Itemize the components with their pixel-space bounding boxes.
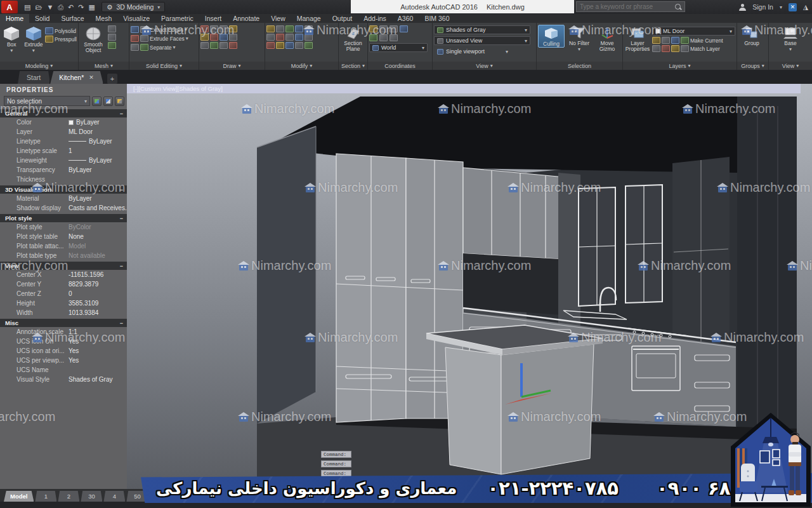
collapse-icon[interactable]: − (120, 215, 123, 222)
make-current-button[interactable]: Make Current (652, 37, 735, 44)
collapse-icon[interactable]: − (120, 320, 123, 326)
offset-icon[interactable] (276, 42, 284, 49)
section-plane-button[interactable]: Section Plane (340, 25, 366, 52)
layout-tab[interactable]: 4 (103, 491, 125, 502)
explode-icon[interactable] (276, 34, 284, 41)
separate-button[interactable]: Separate▾ (131, 44, 176, 51)
tab-view[interactable]: View (265, 14, 291, 23)
collapse-icon[interactable]: − (120, 187, 123, 193)
extrude-faces-button[interactable]: Extrude Faces▾ (131, 35, 188, 42)
collapse-icon[interactable]: − (120, 263, 123, 269)
layout-tab-model[interactable]: Model (4, 491, 34, 502)
polysolid-button[interactable]: Polysolid (45, 27, 77, 34)
fillet-icon[interactable] (266, 34, 275, 41)
ucs-3point-icon[interactable] (379, 34, 388, 41)
tab-a360[interactable]: A360 (392, 14, 419, 23)
ucs-view-icon[interactable] (369, 34, 377, 41)
layer-lock-icon[interactable] (671, 37, 679, 44)
array-icon[interactable] (304, 34, 313, 41)
new-file-icon[interactable]: ▤ (24, 3, 30, 11)
no-filter-button[interactable]: No Filter ▾ (566, 25, 593, 52)
ucs-z-axis-icon[interactable] (400, 25, 408, 32)
tab-bim360[interactable]: BIM 360 (419, 14, 455, 23)
ucs-named-icon[interactable] (390, 34, 398, 41)
ucs-dropdown[interactable]: World ▾ (369, 43, 428, 52)
layer-walk-icon[interactable] (671, 45, 679, 52)
mesh-crease-icon[interactable] (108, 34, 116, 41)
sign-in-button[interactable]: Sign In (752, 3, 773, 11)
viewport-canvas[interactable] (127, 93, 812, 490)
polygon-icon[interactable] (200, 42, 209, 49)
panel-selection-footer[interactable]: Selection (537, 62, 622, 70)
collapse-icon[interactable]: − (120, 110, 123, 117)
panel-groups-footer[interactable]: Groups▾ (737, 62, 768, 70)
command-line[interactable]: Command: (321, 451, 351, 458)
layer-properties-button[interactable]: Layer Properties (624, 25, 651, 52)
region-icon[interactable] (210, 42, 218, 49)
redo-icon[interactable]: ↷ (78, 3, 84, 11)
panel-coordinates-footer[interactable]: Coordinates (368, 62, 432, 70)
ellipse-icon[interactable] (210, 34, 218, 41)
ucs-world-icon[interactable] (379, 25, 388, 32)
panel-draw-footer[interactable]: Draw▾ (199, 62, 265, 70)
workspace-icon[interactable]: ▦ (89, 3, 95, 11)
section-header[interactable]: Misc− (0, 319, 127, 327)
extract-edges-button[interactable]: Extract Edges▾ (131, 26, 187, 33)
workspace-switcher[interactable]: ⚙ 3D Modeling ▾ (102, 2, 165, 12)
help-search[interactable] (576, 1, 685, 12)
rectangle-icon[interactable] (200, 34, 209, 41)
move-gizmo-button[interactable]: Move Gizmo (594, 25, 620, 52)
section-header[interactable]: View− (0, 262, 127, 270)
point-icon[interactable] (219, 42, 228, 49)
ucs-origin-icon[interactable] (390, 25, 398, 32)
toggle-pickadd-icon[interactable] (92, 97, 102, 106)
base-button[interactable]: Base ▾ (777, 25, 804, 52)
new-tab-button[interactable]: + (107, 74, 117, 84)
arc-icon[interactable] (229, 25, 237, 32)
presspull-button[interactable]: Presspull (45, 36, 77, 43)
close-icon[interactable]: ✕ (89, 74, 94, 81)
tab-parametric[interactable]: Parametric (155, 14, 199, 23)
chevron-down-icon[interactable]: ▾ (780, 4, 782, 10)
panel-view-footer[interactable]: View▾ (433, 62, 536, 70)
hatch-icon[interactable] (219, 34, 228, 41)
open-file-icon[interactable]: 🗁 (35, 3, 42, 11)
layer-off-icon[interactable] (652, 37, 660, 44)
panel-view-base-footer[interactable]: View▾ (769, 62, 812, 70)
quick-select-icon[interactable] (115, 97, 124, 106)
tab-output[interactable]: Output (327, 14, 358, 23)
section-header[interactable]: Plot style− (0, 214, 127, 222)
layout-tab[interactable]: 1 (35, 491, 56, 502)
ucs-icon[interactable] (369, 25, 377, 32)
select-objects-icon[interactable] (103, 97, 113, 106)
tab-visualize[interactable]: Visualize (117, 14, 155, 23)
communication-center-icon[interactable]: ◮ (803, 3, 808, 11)
move-icon[interactable] (266, 25, 275, 32)
undo-icon[interactable]: ↶ (68, 3, 74, 11)
tab-surface[interactable]: Surface (55, 14, 89, 23)
chevron-down-icon[interactable]: ▾ (32, 48, 35, 53)
rotate-icon[interactable] (276, 25, 284, 32)
layer-isolate-icon[interactable] (652, 45, 660, 52)
intersect-icon[interactable] (131, 44, 139, 51)
chevron-down-icon[interactable]: ▾ (578, 47, 580, 52)
align-icon[interactable] (285, 42, 294, 49)
tab-annotate[interactable]: Annotate (227, 14, 265, 23)
tab-manage[interactable]: Manage (291, 14, 327, 23)
group-button[interactable]: Group (738, 25, 765, 46)
section-header[interactable]: General− (0, 109, 127, 117)
command-line[interactable]: Command: (321, 470, 351, 477)
box-button[interactable]: Box ▾ (1, 25, 22, 53)
save-icon[interactable]: ▼ (46, 3, 53, 11)
layer-freeze-icon[interactable] (662, 37, 670, 44)
layer-dropdown[interactable]: ML Door ▾ (652, 27, 735, 36)
panel-layers-footer[interactable]: Layers▾ (623, 62, 737, 70)
layout-tab[interactable]: 30 (81, 491, 102, 502)
mesh-smooth-more-icon[interactable] (108, 42, 116, 49)
subtract-icon[interactable] (131, 35, 139, 42)
union-icon[interactable] (131, 26, 139, 33)
view-dropdown[interactable]: Unsaved View ▾ (434, 36, 530, 45)
panel-solid-editing-footer[interactable]: Solid Editing▾ (129, 62, 199, 70)
section-header[interactable]: 3D Visualization− (0, 185, 127, 194)
culling-button[interactable]: Culling (538, 25, 565, 48)
